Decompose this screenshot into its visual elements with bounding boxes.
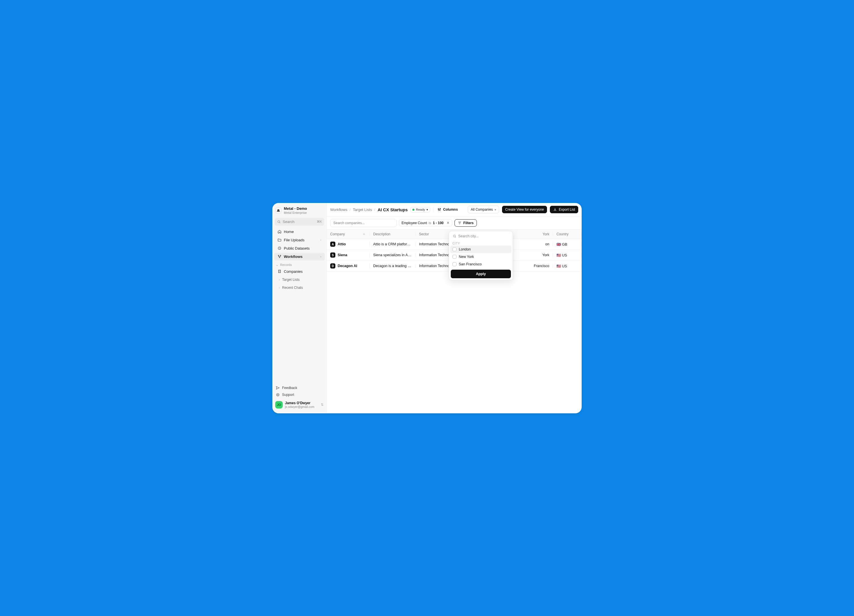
search-icon — [277, 220, 281, 224]
crumb-current: AI CX Startups — [377, 207, 407, 212]
chevron-right-icon: › — [279, 278, 280, 282]
topbar: Workflows / Target Lists / AI CX Startup… — [327, 203, 582, 217]
company-logo-icon: S — [330, 252, 336, 258]
remove-chip-icon[interactable]: ✕ — [445, 221, 450, 225]
nav-public-datasets[interactable]: Public Datasets — [274, 245, 325, 252]
user-email: jx.odwyer@gmail.com — [285, 405, 314, 409]
city-option-new-york[interactable]: New York — [450, 253, 511, 260]
col-hidden-b: York — [510, 232, 553, 236]
col-description[interactable]: Description — [370, 232, 416, 236]
chevron-down-icon: ▾ — [494, 208, 496, 211]
companies-search-input[interactable]: Search companies... — [330, 219, 396, 227]
feedback-link[interactable]: Feedback — [272, 385, 326, 391]
building-icon — [278, 269, 282, 273]
nav-home[interactable]: Home — [274, 228, 325, 236]
sidebar-search-placeholder: Search — [283, 219, 294, 224]
status-dot-icon — [412, 209, 415, 211]
records-section[interactable]: ⌄ Records — [272, 261, 326, 267]
sliders-icon — [437, 207, 441, 211]
sidebar-search[interactable]: Search ⌘K — [274, 218, 324, 226]
chevron-right-icon: › — [320, 255, 321, 258]
breadcrumb: Workflows / Target Lists / AI CX Startup… — [330, 207, 407, 212]
export-button[interactable]: Export List — [550, 206, 578, 213]
clock-icon — [278, 246, 282, 250]
city-section-label: CITY — [450, 240, 511, 246]
add-column-icon[interactable]: ＋ — [362, 231, 366, 237]
checkbox[interactable] — [453, 255, 456, 259]
checkbox[interactable] — [453, 247, 456, 251]
companies-table: Company ＋ Description Sector York Countr… — [327, 229, 582, 413]
search-icon — [453, 234, 456, 238]
updown-icon: ⇅ — [321, 403, 323, 407]
home-icon — [278, 230, 282, 234]
sidebar: Metal - Demo Metal Enterprise Search ⌘K … — [272, 203, 327, 413]
nav-target-lists[interactable]: › Target Lists — [274, 276, 325, 283]
columns-button[interactable]: Columns — [436, 206, 459, 213]
chevron-right-icon: › — [320, 238, 321, 242]
download-icon — [553, 207, 557, 211]
workspace-plan: Metal Enterprise — [284, 211, 307, 214]
city-search-input[interactable]: Search city... — [450, 233, 511, 240]
company-logo-icon: D — [330, 263, 336, 269]
folder-icon — [278, 238, 282, 242]
col-country[interactable]: Country — [553, 232, 582, 236]
companies-dropdown[interactable]: All Companies ▾ — [468, 206, 499, 213]
crumb-workflows[interactable]: Workflows — [330, 207, 348, 212]
status-badge[interactable]: Ready ▾ — [410, 207, 430, 212]
chevron-down-icon: ⌄ — [276, 263, 278, 267]
nav-recent-chats[interactable]: › Recent Chats — [274, 284, 325, 291]
main: Workflows / Target Lists / AI CX Startup… — [327, 203, 582, 413]
svg-point-6 — [276, 393, 279, 396]
workspace-name: Metal - Demo — [284, 206, 307, 211]
avatar: JO — [275, 401, 283, 409]
user-menu[interactable]: JO James O'Dwyer jx.odwyer@gmail.com ⇅ — [272, 398, 326, 412]
lifebuoy-icon — [276, 393, 280, 397]
filter-bar: Search companies... Employee Count is 1 … — [327, 217, 582, 229]
workspace-logo-icon — [275, 207, 282, 213]
svg-point-0 — [278, 221, 280, 222]
col-company[interactable]: Company ＋ — [327, 231, 370, 237]
nav-workflows[interactable]: Workflows › — [274, 253, 325, 260]
filter-chip-employee-count[interactable]: Employee Count is 1 - 100 ✕ — [399, 219, 452, 227]
create-view-button[interactable]: Create View for everyone — [502, 206, 547, 213]
chevron-down-icon: ▾ — [426, 208, 428, 211]
crumb-target-lists[interactable]: Target Lists — [353, 207, 372, 212]
svg-point-11 — [453, 235, 455, 237]
workflow-icon — [278, 254, 282, 259]
svg-point-3 — [280, 255, 281, 256]
company-logo-icon: A — [330, 242, 336, 247]
user-name: James O'Dwyer — [285, 401, 314, 405]
sidebar-search-shortcut: ⌘K — [317, 220, 322, 224]
checkbox[interactable] — [453, 262, 456, 266]
svg-point-4 — [279, 257, 280, 258]
city-filter-popover: Search city... CITY London New York San … — [449, 231, 513, 280]
city-option-london[interactable]: London — [450, 246, 511, 253]
workspace-header[interactable]: Metal - Demo Metal Enterprise — [272, 205, 326, 216]
nav-file-uploads[interactable]: File Uploads › — [274, 236, 325, 244]
nav-companies[interactable]: Companies — [274, 268, 325, 275]
chevron-right-icon: › — [279, 286, 280, 290]
city-option-san-francisco[interactable]: San Francisco — [450, 260, 511, 268]
send-icon — [276, 386, 280, 390]
filters-button[interactable]: Filters — [454, 219, 477, 227]
svg-point-2 — [278, 255, 279, 256]
svg-rect-5 — [279, 270, 281, 272]
support-link[interactable]: Support — [272, 391, 326, 398]
filter-icon — [458, 221, 462, 225]
app-window: Metal - Demo Metal Enterprise Search ⌘K … — [272, 203, 582, 413]
svg-point-7 — [277, 394, 278, 395]
apply-button[interactable]: Apply — [451, 270, 511, 278]
